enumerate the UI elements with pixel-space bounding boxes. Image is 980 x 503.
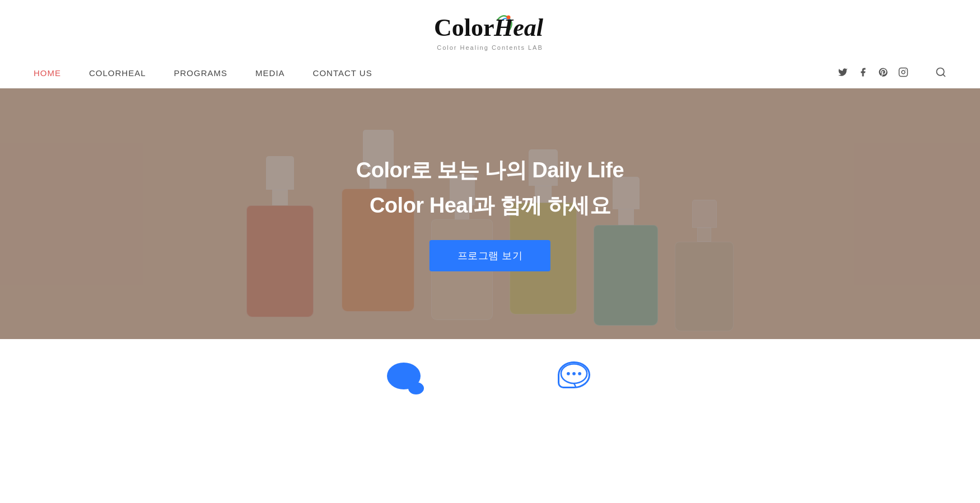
svg-line-6 — [943, 74, 945, 76]
svg-point-10 — [567, 372, 570, 375]
instagram-icon[interactable] — [898, 67, 908, 80]
hero-line2: Color Heal과 함께 하세요 — [356, 191, 624, 220]
filled-chat-bubble-icon — [386, 361, 426, 398]
nav-item-contact[interactable]: CONTACT US — [313, 68, 372, 78]
logo-area[interactable]: Color Heal Color Healing Contents LAB — [431, 10, 549, 51]
hero-line1: Color로 보는 나의 Daily Life — [356, 156, 624, 185]
nav-link-contact[interactable]: CONTACT US — [313, 68, 372, 78]
logo-subtitle: Color Healing Contents LAB — [437, 44, 543, 51]
nav-item-home[interactable]: HOME — [34, 68, 61, 78]
nav-link-home[interactable]: HOME — [34, 68, 61, 78]
nav-right — [838, 67, 946, 81]
twitter-icon[interactable] — [838, 67, 848, 80]
hero-content: Color로 보는 나의 Daily Life Color Heal과 함께 하… — [356, 156, 624, 271]
logo-svg: Color Heal — [431, 10, 549, 43]
chat-bubble-svg — [386, 361, 426, 396]
svg-point-8 — [408, 382, 424, 394]
svg-point-12 — [578, 372, 581, 375]
nav-link-colorheal[interactable]: COLORHEAL — [89, 68, 146, 78]
outline-dots-bubble-icon — [558, 361, 590, 388]
facebook-icon[interactable] — [858, 67, 868, 80]
search-icon[interactable] — [935, 67, 946, 81]
navbar: HOME COLORHEAL PROGRAMS MEDIA CONTACT US — [0, 59, 980, 88]
svg-text:Heal: Heal — [493, 14, 544, 41]
social-icons — [838, 67, 908, 80]
hero-section: Color로 보는 나의 Daily Life Color Heal과 함께 하… — [0, 88, 980, 339]
nav-link-media[interactable]: MEDIA — [255, 68, 285, 78]
nav-links: HOME COLORHEAL PROGRAMS MEDIA CONTACT US — [34, 68, 372, 78]
pinterest-icon[interactable] — [878, 67, 888, 80]
header: Color Heal Color Healing Contents LAB HO… — [0, 0, 980, 88]
svg-point-11 — [572, 372, 576, 375]
dots-bubble-svg — [559, 358, 589, 392]
chat-bubble-block — [322, 361, 490, 398]
logo: Color Heal — [431, 10, 549, 43]
nav-item-programs[interactable]: PROGRAMS — [174, 68, 228, 78]
nav-link-programs[interactable]: PROGRAMS — [174, 68, 228, 78]
dots-bubble-block — [490, 361, 658, 398]
cta-button[interactable]: 프로그램 보기 — [430, 240, 551, 271]
below-hero-section — [0, 339, 980, 398]
svg-text:Color: Color — [434, 14, 494, 41]
svg-rect-3 — [899, 68, 908, 76]
nav-item-media[interactable]: MEDIA — [255, 68, 285, 78]
nav-item-colorheal[interactable]: COLORHEAL — [89, 68, 146, 78]
